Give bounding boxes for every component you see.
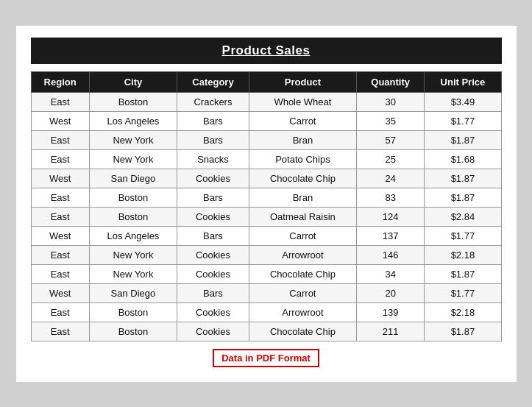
table-row: EastNew YorkBarsBran57$1.87 xyxy=(31,130,501,149)
cell-3-5: $1.68 xyxy=(425,149,501,169)
cell-11-0: East xyxy=(31,302,89,322)
table-row: EastBostonCookiesArrowroot139$2.18 xyxy=(31,302,501,322)
column-header-quantity: Quantity xyxy=(357,71,425,92)
cell-10-3: Carrot xyxy=(249,283,356,302)
cell-12-0: East xyxy=(31,322,89,341)
column-header-category: Category xyxy=(177,71,249,92)
cell-7-0: West xyxy=(31,226,89,245)
cell-10-2: Bars xyxy=(177,283,249,302)
cell-2-1: New York xyxy=(89,130,177,149)
cell-5-2: Bars xyxy=(177,188,249,207)
cell-3-4: 25 xyxy=(357,149,425,169)
cell-8-3: Arrowroot xyxy=(249,245,356,264)
cell-10-1: San Diego xyxy=(89,283,177,302)
cell-7-5: $1.77 xyxy=(425,226,501,245)
cell-8-5: $2.18 xyxy=(425,245,501,264)
table-row: EastNew YorkCookiesArrowroot146$2.18 xyxy=(31,245,501,264)
title-bar: Product Sales xyxy=(31,38,502,64)
cell-0-4: 30 xyxy=(357,92,425,111)
cell-4-2: Cookies xyxy=(177,169,249,188)
cell-8-4: 146 xyxy=(357,245,425,264)
cell-2-5: $1.87 xyxy=(425,130,501,149)
cell-4-1: San Diego xyxy=(89,169,177,188)
cell-1-5: $1.77 xyxy=(425,111,501,130)
cell-4-4: 24 xyxy=(357,169,425,188)
cell-4-3: Chocolate Chip xyxy=(249,169,356,188)
cell-4-0: West xyxy=(31,169,89,188)
cell-8-0: East xyxy=(31,245,89,264)
cell-11-3: Arrowroot xyxy=(249,302,356,322)
cell-0-1: Boston xyxy=(89,92,177,111)
cell-2-3: Bran xyxy=(249,130,356,149)
table-row: EastBostonCookiesOatmeal Raisin124$2.84 xyxy=(31,207,501,226)
column-header-city: City xyxy=(89,71,177,92)
cell-1-4: 35 xyxy=(357,111,425,130)
column-header-product: Product xyxy=(249,71,356,92)
cell-9-2: Cookies xyxy=(177,264,249,283)
cell-4-5: $1.87 xyxy=(425,169,501,188)
cell-0-2: Crackers xyxy=(177,92,249,111)
cell-5-0: East xyxy=(31,188,89,207)
cell-12-2: Cookies xyxy=(177,322,249,341)
pdf-format-label[interactable]: Data in PDF Format xyxy=(213,349,319,367)
cell-12-3: Chocolate Chip xyxy=(249,322,356,341)
page-title: Product Sales xyxy=(31,43,502,58)
cell-7-4: 137 xyxy=(357,226,425,245)
cell-10-0: West xyxy=(31,283,89,302)
column-header-region: Region xyxy=(31,71,89,92)
cell-3-2: Snacks xyxy=(177,149,249,169)
cell-12-5: $1.87 xyxy=(425,322,501,341)
cell-7-2: Bars xyxy=(177,226,249,245)
cell-5-4: 83 xyxy=(357,188,425,207)
cell-3-3: Potato Chips xyxy=(249,149,356,169)
cell-6-1: Boston xyxy=(89,207,177,226)
column-header-unit-price: Unit Price xyxy=(425,71,501,92)
cell-12-1: Boston xyxy=(89,322,177,341)
cell-1-2: Bars xyxy=(177,111,249,130)
footer-row: Data in PDF Format xyxy=(31,349,502,367)
cell-10-4: 20 xyxy=(357,283,425,302)
cell-5-5: $1.87 xyxy=(425,188,501,207)
cell-5-3: Bran xyxy=(249,188,356,207)
table-row: WestSan DiegoCookiesChocolate Chip24$1.8… xyxy=(31,169,501,188)
cell-6-3: Oatmeal Raisin xyxy=(249,207,356,226)
table-row: WestLos AngelesBarsCarrot137$1.77 xyxy=(31,226,501,245)
table-row: EastNew YorkCookiesChocolate Chip34$1.87 xyxy=(31,264,501,283)
cell-6-5: $2.84 xyxy=(425,207,501,226)
table-row: EastBostonBarsBran83$1.87 xyxy=(31,188,501,207)
table-row: WestLos AngelesBarsCarrot35$1.77 xyxy=(31,111,501,130)
cell-5-1: Boston xyxy=(89,188,177,207)
cell-3-1: New York xyxy=(89,149,177,169)
cell-9-5: $1.87 xyxy=(425,264,501,283)
table-row: EastBostonCookiesChocolate Chip211$1.87 xyxy=(31,322,501,341)
cell-9-3: Chocolate Chip xyxy=(249,264,356,283)
cell-6-4: 124 xyxy=(357,207,425,226)
cell-1-3: Carrot xyxy=(249,111,356,130)
cell-2-4: 57 xyxy=(357,130,425,149)
cell-12-4: 211 xyxy=(357,322,425,341)
cell-0-0: East xyxy=(31,92,89,111)
cell-7-1: Los Angeles xyxy=(89,226,177,245)
cell-11-1: Boston xyxy=(89,302,177,322)
cell-9-4: 34 xyxy=(357,264,425,283)
cell-6-2: Cookies xyxy=(177,207,249,226)
cell-11-2: Cookies xyxy=(177,302,249,322)
cell-8-1: New York xyxy=(89,245,177,264)
cell-0-3: Whole Wheat xyxy=(249,92,356,111)
cell-11-5: $2.18 xyxy=(425,302,501,322)
table-header-row: RegionCityCategoryProductQuantityUnit Pr… xyxy=(31,71,501,92)
table-row: EastNew YorkSnacksPotato Chips25$1.68 xyxy=(31,149,501,169)
cell-11-4: 139 xyxy=(357,302,425,322)
cell-3-0: East xyxy=(31,149,89,169)
cell-6-0: East xyxy=(31,207,89,226)
cell-1-0: West xyxy=(31,111,89,130)
cell-2-2: Bars xyxy=(177,130,249,149)
table-row: EastBostonCrackersWhole Wheat30$3.49 xyxy=(31,92,501,111)
cell-10-5: $1.77 xyxy=(425,283,501,302)
cell-0-5: $3.49 xyxy=(425,92,501,111)
cell-1-1: Los Angeles xyxy=(89,111,177,130)
cell-8-2: Cookies xyxy=(177,245,249,264)
main-container: Product Sales RegionCityCategoryProductQ… xyxy=(16,26,517,382)
cell-9-1: New York xyxy=(89,264,177,283)
table-row: WestSan DiegoBarsCarrot20$1.77 xyxy=(31,283,501,302)
